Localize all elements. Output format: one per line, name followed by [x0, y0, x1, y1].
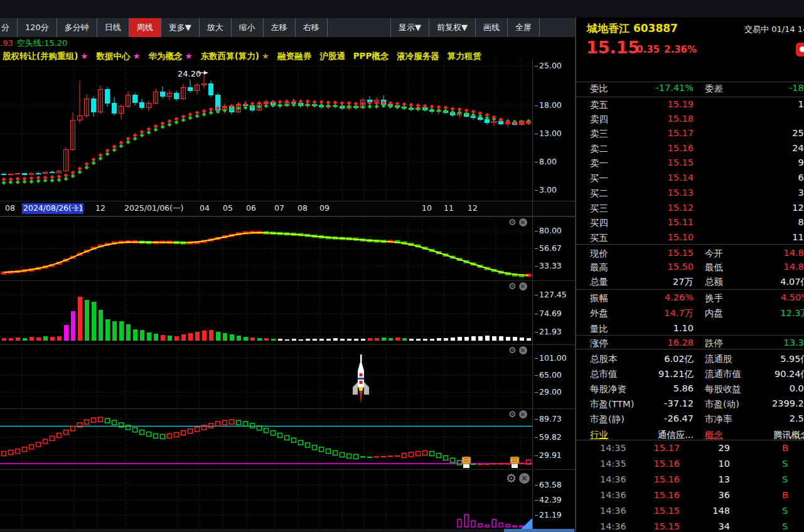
panel-separator — [0, 216, 575, 217]
toolbar-button-显示[interactable]: 显示▼ — [391, 18, 429, 37]
buy-volume: 69 — [741, 173, 804, 183]
toolbar-button-右移[interactable]: 右移 — [296, 18, 328, 37]
date-label: 12 — [468, 203, 478, 213]
order-row-sell[interactable]: 卖一15.1596 — [576, 157, 804, 170]
gear-icon[interactable]: ⚙ — [506, 472, 517, 484]
bear-line-value: 空头线:15.20 — [17, 38, 68, 48]
stat-label: 涨停 — [590, 338, 639, 349]
tick-volume: 34 — [699, 521, 730, 531]
order-row-buy[interactable]: 买二15.1330 — [576, 188, 804, 200]
title-strip — [0, 0, 804, 18]
close-icon[interactable]: ✕ — [519, 410, 527, 418]
buy-volume: 85 — [741, 217, 804, 227]
toolbar-button-120分[interactable]: 120分 — [18, 18, 57, 37]
gear-icon[interactable]: ⚙ — [508, 346, 517, 354]
panel-icon-row: ⚙✕ — [508, 346, 527, 354]
axis-tick-label: 21.19 — [535, 510, 562, 519]
stat-value: 6.02亿 — [639, 353, 694, 365]
gear-icon[interactable]: ⚙ — [508, 410, 517, 418]
horizontal-scrollbar[interactable] — [0, 529, 575, 532]
concept-value: 腾讯概念 — [741, 429, 804, 441]
stat-label: 外盘 — [590, 307, 639, 319]
stat-value: 1.10 — [639, 323, 694, 333]
panel-separator — [0, 344, 575, 345]
axis-border — [532, 60, 533, 529]
sell-price: 15.15 — [633, 157, 694, 168]
sell-volume: 2 — [741, 114, 804, 124]
order-row-buy[interactable]: 买三15.12124 — [576, 203, 804, 215]
buy-level-label: 买四 — [590, 217, 628, 229]
date-axis[interactable]: 082024/08/26(一)11122025/01/06(一)04050607… — [0, 201, 575, 216]
buy-level-label: 买五 — [590, 232, 628, 244]
order-row-buy[interactable]: 买一15.1469 — [576, 173, 804, 185]
toolbar-button-多分钟[interactable]: 多分钟 — [57, 18, 97, 37]
stat-label: 现价 — [590, 248, 639, 260]
weibi-value: -17.41% — [633, 83, 694, 93]
buy-price: 15.14 — [633, 173, 694, 183]
buy-volume: 30 — [741, 188, 804, 198]
axis-tick-label: 13.00 — [535, 129, 562, 138]
toolbar-button-分[interactable]: 分 — [0, 18, 18, 37]
panel-trend-strength[interactable] — [0, 216, 532, 280]
panel-separator — [0, 280, 575, 281]
toolbar-button-前复权[interactable]: 前复权▼ — [429, 18, 476, 37]
stat-row: 现价15.15今开14.85 — [576, 248, 804, 260]
order-row-buy[interactable]: 买四15.1185 — [576, 217, 804, 230]
industry-value: 通信应... — [639, 429, 694, 441]
toolbar-button-日线[interactable]: 日线 — [97, 18, 129, 37]
order-row-sell[interactable]: 卖四15.182 — [576, 114, 804, 126]
toolbar-button-放大[interactable]: 放大 — [200, 18, 232, 37]
tick-price: 15.16 — [648, 474, 680, 484]
quote-row: 行业通信应...概念腾讯概念 — [576, 429, 804, 442]
stock-title: 城地香江 603887 — [587, 21, 678, 36]
toolbar-button-左移[interactable]: 左移 — [264, 18, 296, 37]
tick-time: 14:36 — [600, 474, 631, 484]
toolbar-button-全屏[interactable]: 全屏 — [508, 18, 540, 37]
toolbar-button-缩小[interactable]: 缩小 — [232, 18, 264, 37]
tick-side: S — [782, 474, 795, 484]
stat-value: 0.06 — [741, 383, 804, 393]
concept-link[interactable]: 概念 — [705, 429, 736, 441]
panel-volume-histogram[interactable] — [0, 280, 532, 344]
axis-tick-label: 42.39 — [535, 495, 562, 504]
panel-wave-track[interactable] — [0, 408, 532, 469]
panel-bottom-magenta[interactable] — [0, 469, 532, 529]
toolbar-right-group: 显示▼前复权▼画线全屏 — [390, 18, 540, 37]
stat-value: 14.82 — [741, 262, 804, 272]
close-icon[interactable]: ✕ — [519, 218, 527, 226]
toolbar-button-周线[interactable]: 周线 — [129, 18, 161, 37]
industry-link[interactable]: 行业 — [590, 429, 621, 441]
close-icon[interactable]: ✕ — [519, 282, 527, 290]
panel-separator — [0, 408, 575, 409]
order-row-sell[interactable]: 卖二15.16243 — [576, 143, 804, 156]
stat-value: 27万 — [639, 276, 694, 288]
scrollbar-thumb[interactable] — [504, 529, 574, 532]
order-row-sell[interactable]: 卖三15.17259 — [576, 128, 804, 141]
sell-price: 15.17 — [633, 128, 694, 138]
main-candlestick-chart[interactable]: 24.20 — [0, 60, 532, 200]
axis-tick-label: 101.00 — [535, 353, 567, 363]
order-row-sell[interactable]: 卖五15.1917 — [576, 99, 804, 112]
toolbar-button-画线[interactable]: 画线 — [476, 18, 508, 37]
quote-panel: 城地香江 603887 交易中 01/14 14:55 15.15 0.35 2… — [576, 18, 804, 532]
gear-icon[interactable]: ⚙ — [508, 282, 517, 290]
tick-volume: 148 — [699, 506, 730, 516]
gear-icon[interactable]: ⚙ — [508, 218, 517, 226]
sell-volume: 96 — [741, 157, 804, 168]
stat-value: 2399.24 — [741, 398, 804, 408]
close-icon[interactable]: ✕ — [519, 346, 527, 354]
stat-row: 涨停16.28跌停13.32 — [576, 338, 804, 350]
buy-volume: 119 — [741, 232, 804, 242]
close-icon[interactable]: ✕ — [519, 473, 530, 484]
stat-value: 5.95亿 — [741, 353, 804, 365]
tick-time: 14:35 — [600, 459, 631, 469]
panel-rocket-signal[interactable] — [0, 344, 532, 408]
stat-row: 总市值91.21亿流通市值90.24亿 — [576, 368, 804, 381]
stat-value: 13.32 — [741, 338, 804, 348]
stat-value: 14.7万 — [639, 307, 694, 319]
alert-badge-icon[interactable] — [796, 43, 804, 56]
toolbar-button-更多[interactable]: 更多▼ — [161, 18, 200, 37]
date-label: 05 — [223, 203, 233, 213]
buy-price: 15.11 — [633, 217, 694, 227]
order-row-buy[interactable]: 买五15.10119 — [576, 232, 804, 245]
